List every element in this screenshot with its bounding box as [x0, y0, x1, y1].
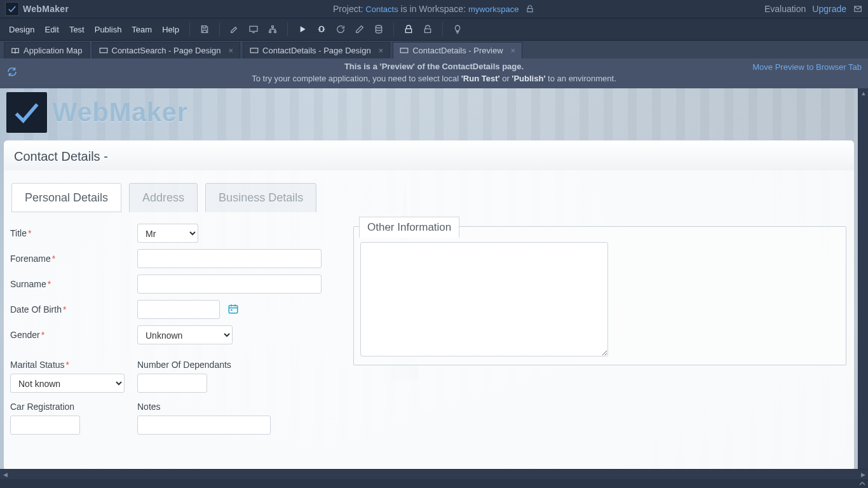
- inner-tab-strip: Personal Details Address Business Detail…: [8, 177, 850, 212]
- gender-label: Gender*: [10, 330, 137, 340]
- contact-details-panel: Contact Details - Personal Details Addre…: [4, 140, 854, 471]
- menu-team[interactable]: Team: [128, 22, 156, 37]
- app-logo-icon: [5, 2, 19, 16]
- move-preview-link[interactable]: Move Preview to Browser Tab: [752, 62, 862, 72]
- lock-icon[interactable]: [400, 21, 417, 37]
- play-icon[interactable]: [294, 21, 311, 37]
- tab-label: ContactDetails - Page Design: [262, 46, 371, 55]
- screen-icon: [400, 47, 409, 55]
- dependants-input[interactable]: [137, 374, 207, 393]
- tab-personal-details[interactable]: Personal Details: [11, 183, 121, 212]
- separator: [393, 22, 394, 36]
- title-label: Title*: [10, 228, 137, 238]
- other-information-fieldset: Other Information: [353, 226, 846, 365]
- save-icon[interactable]: [196, 21, 213, 37]
- project-context: Project: Contacts is in Workspace: mywor…: [0, 4, 868, 14]
- vertical-scrollbar[interactable]: ▲ ▼: [858, 88, 868, 477]
- app-name: WebMaker: [23, 4, 69, 14]
- tab-contactsearch-design[interactable]: ContactSearch - Page Design ×: [92, 42, 241, 58]
- menu-help[interactable]: Help: [158, 22, 183, 37]
- brand-title: WebMaker: [52, 97, 187, 128]
- notes-input[interactable]: [137, 416, 271, 435]
- unlock-icon: [525, 4, 535, 14]
- brand-logo-icon: [6, 92, 47, 133]
- title-select[interactable]: Mr: [137, 224, 198, 243]
- scroll-right-icon[interactable]: ▶: [858, 470, 868, 480]
- lightbulb-icon[interactable]: [449, 21, 466, 37]
- unlock-icon[interactable]: [419, 21, 436, 37]
- other-information-textarea[interactable]: [360, 242, 608, 356]
- dependants-label: Number Of Dependants: [137, 360, 264, 370]
- separator: [219, 22, 220, 36]
- chevron-up-icon[interactable]: [859, 479, 865, 489]
- dob-input[interactable]: [137, 300, 220, 319]
- database-icon[interactable]: [370, 21, 387, 37]
- tab-label: Application Map: [24, 46, 83, 55]
- svg-rect-1: [250, 26, 257, 31]
- menu-publish[interactable]: Publish: [91, 22, 126, 37]
- preview-banner: This is a 'Preview' of the ContactDetail…: [0, 58, 868, 88]
- tab-label: ContactSearch - Page Design: [112, 46, 221, 55]
- calendar-icon[interactable]: [227, 305, 239, 315]
- separator: [189, 22, 190, 36]
- preview-frame: WebMaker Contact Details - Personal Deta…: [0, 88, 858, 477]
- panel-title: Contact Details -: [4, 140, 854, 170]
- evaluation-label: Evaluation: [764, 4, 806, 14]
- svg-point-2: [376, 25, 381, 28]
- notes-label: Notes: [137, 402, 264, 412]
- menu-design[interactable]: Design: [5, 22, 38, 37]
- refresh-preview-icon[interactable]: [6, 66, 18, 79]
- separator: [287, 22, 288, 36]
- menu-edit[interactable]: Edit: [41, 22, 62, 37]
- project-link[interactable]: Contacts: [365, 4, 398, 14]
- close-icon[interactable]: ×: [228, 46, 233, 55]
- sitemap-icon[interactable]: [264, 21, 281, 37]
- bug-icon[interactable]: [313, 21, 330, 37]
- car-registration-label: Car Registration: [10, 402, 137, 412]
- tab-business-details[interactable]: Business Details: [205, 183, 316, 212]
- surname-input[interactable]: [137, 274, 322, 294]
- close-icon[interactable]: ×: [511, 46, 516, 55]
- status-bar: [0, 479, 868, 488]
- screen-icon: [99, 47, 108, 55]
- svg-rect-3: [100, 48, 107, 52]
- title-bar: WebMaker Project: Contacts is in Workspa…: [0, 0, 868, 18]
- tab-label: ContactDetails - Preview: [412, 46, 503, 55]
- tab-contactdetails-design[interactable]: ContactDetails - Page Design ×: [243, 42, 390, 58]
- screen-icon[interactable]: [245, 21, 262, 37]
- screen-icon: [250, 47, 259, 55]
- close-icon[interactable]: ×: [379, 46, 384, 55]
- svg-rect-4: [250, 48, 258, 52]
- svg-rect-5: [400, 48, 408, 52]
- tab-application-map[interactable]: Application Map: [4, 42, 90, 58]
- dob-label: Date Of Birth*: [10, 304, 137, 315]
- svg-rect-7: [231, 309, 232, 311]
- refresh-icon[interactable]: [332, 21, 349, 37]
- forename-label: Forename*: [10, 254, 137, 264]
- scroll-up-icon[interactable]: ▲: [858, 88, 868, 98]
- marital-status-label: Marital Status*: [10, 360, 137, 370]
- menu-test[interactable]: Test: [65, 22, 88, 37]
- marital-status-select[interactable]: Not known: [10, 374, 125, 393]
- edit-icon[interactable]: [226, 21, 243, 37]
- horizontal-scrollbar[interactable]: ◀ ▶: [0, 469, 868, 479]
- tab-contactdetails-preview[interactable]: ContactDetails - Preview ×: [393, 42, 522, 58]
- other-information-legend: Other Information: [359, 217, 459, 238]
- forename-input[interactable]: [137, 249, 322, 268]
- mail-icon[interactable]: [853, 4, 863, 14]
- car-registration-input[interactable]: [10, 416, 80, 435]
- workspace-link[interactable]: myworkspace: [468, 4, 519, 14]
- editor-tab-strip: Application Map ContactSearch - Page Des…: [0, 41, 868, 58]
- surname-label: Surname*: [10, 279, 137, 289]
- upgrade-link[interactable]: Upgrade: [812, 4, 846, 14]
- svg-rect-6: [229, 306, 238, 313]
- tab-address[interactable]: Address: [129, 183, 198, 212]
- separator: [442, 22, 443, 36]
- scroll-track[interactable]: [858, 98, 868, 467]
- book-icon: [11, 47, 20, 55]
- preview-header: WebMaker: [0, 88, 858, 135]
- scroll-left-icon[interactable]: ◀: [0, 470, 10, 480]
- eraser-icon[interactable]: [351, 21, 368, 37]
- menu-bar: Design Edit Test Publish Team Help: [0, 18, 868, 41]
- gender-select[interactable]: Unknown: [137, 325, 233, 344]
